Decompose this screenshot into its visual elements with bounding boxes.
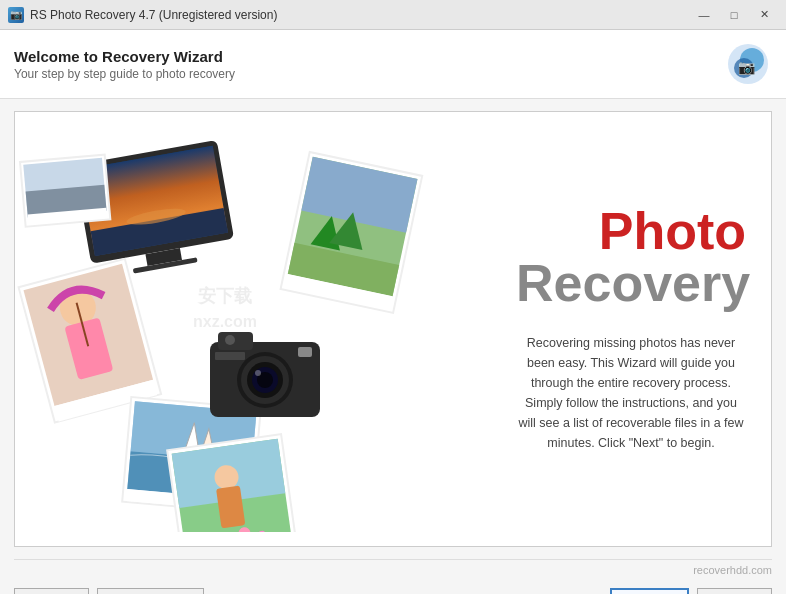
svg-point-49 bbox=[255, 370, 261, 376]
product-title-photo: Photo bbox=[516, 205, 746, 257]
help-button[interactable]: Help bbox=[14, 588, 89, 594]
main-content: 安下载 nxz.com Photo Recovery Recovering mi… bbox=[0, 99, 786, 559]
text-panel: Photo Recovery Recovering missing photos… bbox=[491, 112, 771, 546]
content-box: 安下载 nxz.com Photo Recovery Recovering mi… bbox=[14, 111, 772, 547]
minimize-button[interactable]: — bbox=[690, 4, 718, 26]
header-icon: 📷 bbox=[724, 40, 772, 88]
maximize-button[interactable]: □ bbox=[720, 4, 748, 26]
wizard-title: Welcome to Recovery Wizard bbox=[14, 48, 235, 65]
registration-button[interactable]: Registration bbox=[97, 588, 204, 594]
website-url: recoverhdd.com bbox=[14, 559, 772, 580]
app-icon: 📷 bbox=[8, 7, 24, 23]
description-text: Recovering missing photos has never been… bbox=[516, 333, 746, 453]
wizard-subtitle: Your step by step guide to photo recover… bbox=[14, 67, 235, 81]
svg-rect-50 bbox=[298, 347, 312, 357]
svg-text:📷: 📷 bbox=[738, 59, 756, 76]
window-controls: — □ ✕ bbox=[690, 4, 778, 26]
header: Welcome to Recovery Wizard Your step by … bbox=[0, 30, 786, 99]
title-bar: 📷 RS Photo Recovery 4.7 (Unregistered ve… bbox=[0, 0, 786, 30]
header-text: Welcome to Recovery Wizard Your step by … bbox=[14, 48, 235, 81]
svg-point-51 bbox=[225, 335, 235, 345]
svg-rect-52 bbox=[215, 352, 245, 360]
product-title-recovery: Recovery bbox=[516, 257, 746, 309]
svg-text:nxz.com: nxz.com bbox=[193, 313, 257, 330]
title-bar-text: RS Photo Recovery 4.7 (Unregistered vers… bbox=[30, 8, 690, 22]
illustration-panel: 安下载 nxz.com bbox=[15, 112, 491, 546]
footer-buttons: Help Registration Next > Close bbox=[14, 580, 772, 594]
footer: recoverhdd.com Help Registration Next > … bbox=[0, 559, 786, 594]
close-window-button[interactable]: ✕ bbox=[750, 4, 778, 26]
svg-rect-43 bbox=[218, 332, 253, 350]
svg-text:安下载: 安下载 bbox=[197, 285, 252, 306]
close-button[interactable]: Close bbox=[697, 588, 772, 594]
next-button[interactable]: Next > bbox=[610, 588, 689, 594]
